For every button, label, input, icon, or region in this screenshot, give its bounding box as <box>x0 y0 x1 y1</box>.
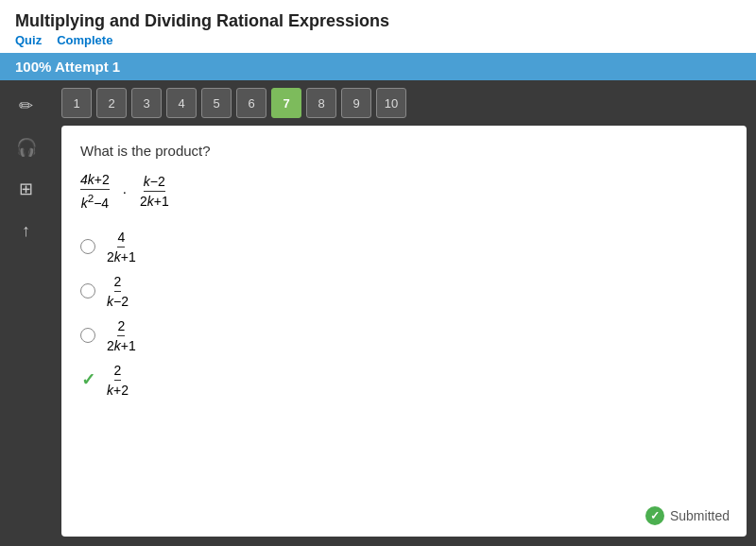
submitted-check-icon: ✓ <box>645 506 664 525</box>
quiz-label: Quiz <box>15 33 42 47</box>
radio-a[interactable] <box>80 239 95 254</box>
nav-btn-8[interactable]: 8 <box>306 88 336 118</box>
nav-btn-5[interactable]: 5 <box>201 88 232 118</box>
question-nav: 1 2 3 4 5 6 7 8 9 10 <box>52 80 756 126</box>
answer-choices: 4 2k+1 2 k−2 2 2k+ <box>80 230 728 398</box>
fraction-d: 2 k+2 <box>107 363 129 398</box>
choice-b[interactable]: 2 k−2 <box>80 274 728 309</box>
nav-btn-3[interactable]: 3 <box>131 88 162 118</box>
fraction-a: 4 2k+1 <box>107 230 136 264</box>
correct-checkmark: ✓ <box>80 372 95 387</box>
submitted-label: Submitted <box>670 508 730 523</box>
nav-btn-7[interactable]: 7 <box>271 88 301 118</box>
sidebar: ✏ 🎧 ⊞ ↑ <box>0 80 52 546</box>
question-text: What is the product? <box>80 143 728 159</box>
nav-btn-1[interactable]: 1 <box>61 88 92 118</box>
fraction-1: 4k+2 k2−4 <box>80 172 110 211</box>
multiply-dot: · <box>123 183 127 199</box>
choice-c[interactable]: 2 2k+1 <box>80 318 728 353</box>
radio-b[interactable] <box>80 283 95 299</box>
nav-btn-10[interactable]: 10 <box>376 88 406 118</box>
radio-c[interactable] <box>80 328 95 343</box>
question-panel: What is the product? 4k+2 k2−4 · k−2 2k+… <box>61 126 747 537</box>
nav-btn-9[interactable]: 9 <box>341 88 371 118</box>
status-label: Complete <box>57 33 112 47</box>
nav-btn-2[interactable]: 2 <box>96 88 127 118</box>
pencil-icon[interactable]: ✏ <box>9 88 44 124</box>
page-header: Multiplying and Dividing Rational Expres… <box>0 0 756 53</box>
fraction-2: k−2 2k+1 <box>140 174 169 209</box>
main-area: ✏ 🎧 ⊞ ↑ 1 2 3 4 5 6 7 8 9 10 What is the… <box>0 80 756 546</box>
headphones-icon[interactable]: 🎧 <box>9 129 44 165</box>
fraction-b: 2 k−2 <box>107 274 129 309</box>
nav-btn-6[interactable]: 6 <box>236 88 266 118</box>
upload-icon[interactable]: ↑ <box>9 213 44 248</box>
choice-a[interactable]: 4 2k+1 <box>80 230 728 264</box>
content-area: 1 2 3 4 5 6 7 8 9 10 What is the product… <box>52 80 756 546</box>
choice-d[interactable]: ✓ 2 k+2 <box>80 363 728 398</box>
page-title: Multiplying and Dividing Rational Expres… <box>15 11 741 31</box>
math-expression: 4k+2 k2−4 · k−2 2k+1 <box>80 172 728 211</box>
progress-bar: 100% Attempt 1 <box>0 53 756 80</box>
nav-btn-4[interactable]: 4 <box>166 88 197 118</box>
calculator-icon[interactable]: ⊞ <box>9 171 44 207</box>
progress-label: 100% Attempt 1 <box>15 59 120 75</box>
submitted-footer: ✓ Submitted <box>645 506 730 525</box>
fraction-c: 2 2k+1 <box>107 318 136 353</box>
